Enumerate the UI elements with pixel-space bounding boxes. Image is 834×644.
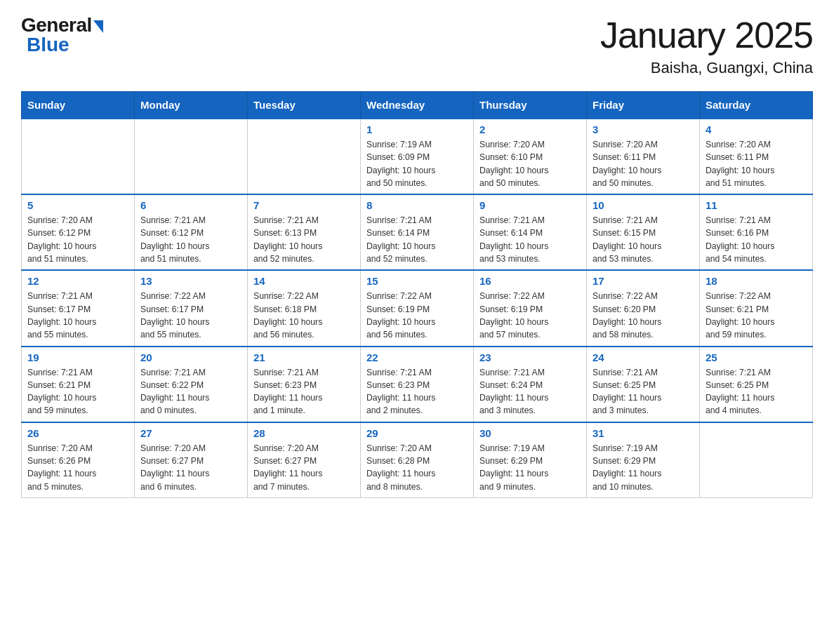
day-number: 14 — [253, 275, 355, 287]
logo-arrow-icon — [93, 20, 103, 33]
title-block: January 2025 Baisha, Guangxi, China — [600, 14, 813, 77]
day-info: Sunrise: 7:20 AMSunset: 6:27 PMDaylight:… — [140, 442, 241, 493]
weekday-header-wednesday: Wednesday — [361, 92, 474, 119]
calendar-week-row: 1Sunrise: 7:19 AMSunset: 6:09 PMDaylight… — [22, 119, 813, 194]
day-number: 4 — [706, 123, 807, 135]
day-info: Sunrise: 7:20 AMSunset: 6:11 PMDaylight:… — [706, 138, 807, 189]
day-number: 12 — [27, 275, 128, 287]
calendar-week-row: 26Sunrise: 7:20 AMSunset: 6:26 PMDayligh… — [22, 422, 813, 498]
day-info: Sunrise: 7:22 AMSunset: 6:20 PMDaylight:… — [593, 290, 694, 341]
day-number: 9 — [479, 199, 581, 211]
day-number: 22 — [366, 351, 468, 363]
day-info: Sunrise: 7:22 AMSunset: 6:19 PMDaylight:… — [366, 290, 468, 341]
calendar-cell: 5Sunrise: 7:20 AMSunset: 6:12 PMDaylight… — [22, 194, 135, 270]
calendar-cell — [135, 119, 248, 194]
calendar-cell: 22Sunrise: 7:21 AMSunset: 6:23 PMDayligh… — [361, 347, 474, 422]
calendar-cell: 27Sunrise: 7:20 AMSunset: 6:27 PMDayligh… — [135, 422, 248, 498]
day-info: Sunrise: 7:20 AMSunset: 6:28 PMDaylight:… — [366, 442, 468, 493]
day-info: Sunrise: 7:20 AMSunset: 6:12 PMDaylight:… — [27, 214, 128, 265]
weekday-header-sunday: Sunday — [22, 92, 135, 119]
day-info: Sunrise: 7:19 AMSunset: 6:09 PMDaylight:… — [366, 138, 468, 189]
day-number: 24 — [593, 351, 694, 363]
day-info: Sunrise: 7:21 AMSunset: 6:13 PMDaylight:… — [253, 214, 355, 265]
calendar-cell: 29Sunrise: 7:20 AMSunset: 6:28 PMDayligh… — [361, 422, 474, 498]
calendar-cell: 1Sunrise: 7:19 AMSunset: 6:09 PMDaylight… — [361, 119, 474, 194]
day-info: Sunrise: 7:21 AMSunset: 6:16 PMDaylight:… — [706, 214, 807, 265]
calendar-cell: 7Sunrise: 7:21 AMSunset: 6:13 PMDaylight… — [248, 194, 361, 270]
day-number: 10 — [593, 199, 694, 211]
day-number: 19 — [27, 351, 128, 363]
calendar-cell: 2Sunrise: 7:20 AMSunset: 6:10 PMDaylight… — [474, 119, 587, 194]
day-number: 15 — [366, 275, 468, 287]
day-number: 6 — [140, 199, 241, 211]
calendar-week-row: 5Sunrise: 7:20 AMSunset: 6:12 PMDaylight… — [22, 194, 813, 270]
weekday-header-monday: Monday — [135, 92, 248, 119]
day-info: Sunrise: 7:21 AMSunset: 6:22 PMDaylight:… — [140, 366, 241, 417]
day-info: Sunrise: 7:20 AMSunset: 6:10 PMDaylight:… — [479, 138, 581, 189]
day-number: 7 — [253, 199, 355, 211]
logo: General Blue — [21, 14, 103, 56]
day-number: 25 — [706, 351, 807, 363]
day-info: Sunrise: 7:21 AMSunset: 6:14 PMDaylight:… — [479, 214, 581, 265]
day-number: 1 — [366, 123, 468, 135]
calendar-cell: 10Sunrise: 7:21 AMSunset: 6:15 PMDayligh… — [587, 194, 700, 270]
day-number: 3 — [593, 123, 694, 135]
day-number: 2 — [479, 123, 581, 135]
day-number: 8 — [366, 199, 468, 211]
day-number: 23 — [479, 351, 581, 363]
calendar-cell — [22, 119, 135, 194]
day-info: Sunrise: 7:21 AMSunset: 6:23 PMDaylight:… — [253, 366, 355, 417]
day-info: Sunrise: 7:20 AMSunset: 6:27 PMDaylight:… — [253, 442, 355, 493]
calendar-cell: 3Sunrise: 7:20 AMSunset: 6:11 PMDaylight… — [587, 119, 700, 194]
weekday-header-friday: Friday — [587, 92, 700, 119]
calendar-cell: 23Sunrise: 7:21 AMSunset: 6:24 PMDayligh… — [474, 347, 587, 422]
calendar-cell — [248, 119, 361, 194]
calendar-cell: 19Sunrise: 7:21 AMSunset: 6:21 PMDayligh… — [22, 347, 135, 422]
day-info: Sunrise: 7:21 AMSunset: 6:17 PMDaylight:… — [27, 290, 128, 341]
calendar-cell: 11Sunrise: 7:21 AMSunset: 6:16 PMDayligh… — [700, 194, 813, 270]
day-info: Sunrise: 7:21 AMSunset: 6:14 PMDaylight:… — [366, 214, 468, 265]
calendar-cell: 6Sunrise: 7:21 AMSunset: 6:12 PMDaylight… — [135, 194, 248, 270]
day-number: 20 — [140, 351, 241, 363]
logo-blue-text: Blue — [27, 34, 70, 56]
day-info: Sunrise: 7:21 AMSunset: 6:24 PMDaylight:… — [479, 366, 581, 417]
calendar-cell: 15Sunrise: 7:22 AMSunset: 6:19 PMDayligh… — [361, 270, 474, 346]
calendar-body: 1Sunrise: 7:19 AMSunset: 6:09 PMDaylight… — [22, 119, 813, 497]
day-info: Sunrise: 7:20 AMSunset: 6:11 PMDaylight:… — [593, 138, 694, 189]
calendar-cell: 30Sunrise: 7:19 AMSunset: 6:29 PMDayligh… — [474, 422, 587, 498]
calendar-cell: 17Sunrise: 7:22 AMSunset: 6:20 PMDayligh… — [587, 270, 700, 346]
day-number: 30 — [479, 427, 581, 439]
day-info: Sunrise: 7:21 AMSunset: 6:25 PMDaylight:… — [706, 366, 807, 417]
day-number: 17 — [593, 275, 694, 287]
day-info: Sunrise: 7:21 AMSunset: 6:12 PMDaylight:… — [140, 214, 241, 265]
weekday-header-thursday: Thursday — [474, 92, 587, 119]
calendar-cell: 26Sunrise: 7:20 AMSunset: 6:26 PMDayligh… — [22, 422, 135, 498]
day-info: Sunrise: 7:22 AMSunset: 6:19 PMDaylight:… — [479, 290, 581, 341]
weekday-header-tuesday: Tuesday — [248, 92, 361, 119]
day-info: Sunrise: 7:21 AMSunset: 6:23 PMDaylight:… — [366, 366, 468, 417]
calendar-cell: 21Sunrise: 7:21 AMSunset: 6:23 PMDayligh… — [248, 347, 361, 422]
day-number: 13 — [140, 275, 241, 287]
calendar-cell: 9Sunrise: 7:21 AMSunset: 6:14 PMDaylight… — [474, 194, 587, 270]
calendar-subtitle: Baisha, Guangxi, China — [600, 59, 813, 77]
day-info: Sunrise: 7:22 AMSunset: 6:18 PMDaylight:… — [253, 290, 355, 341]
day-info: Sunrise: 7:21 AMSunset: 6:21 PMDaylight:… — [27, 366, 128, 417]
calendar-cell: 31Sunrise: 7:19 AMSunset: 6:29 PMDayligh… — [587, 422, 700, 498]
day-number: 28 — [253, 427, 355, 439]
day-number: 18 — [706, 275, 807, 287]
calendar-title: January 2025 — [600, 14, 813, 56]
calendar-cell: 24Sunrise: 7:21 AMSunset: 6:25 PMDayligh… — [587, 347, 700, 422]
day-info: Sunrise: 7:21 AMSunset: 6:15 PMDaylight:… — [593, 214, 694, 265]
day-number: 31 — [593, 427, 694, 439]
calendar-cell: 8Sunrise: 7:21 AMSunset: 6:14 PMDaylight… — [361, 194, 474, 270]
day-number: 29 — [366, 427, 468, 439]
calendar-cell: 28Sunrise: 7:20 AMSunset: 6:27 PMDayligh… — [248, 422, 361, 498]
calendar-cell — [700, 422, 813, 498]
day-number: 11 — [706, 199, 807, 211]
day-number: 21 — [253, 351, 355, 363]
calendar-table: SundayMondayTuesdayWednesdayThursdayFrid… — [21, 91, 813, 498]
calendar-header: SundayMondayTuesdayWednesdayThursdayFrid… — [22, 92, 813, 119]
day-info: Sunrise: 7:21 AMSunset: 6:25 PMDaylight:… — [593, 366, 694, 417]
calendar-cell: 4Sunrise: 7:20 AMSunset: 6:11 PMDaylight… — [700, 119, 813, 194]
calendar-week-row: 12Sunrise: 7:21 AMSunset: 6:17 PMDayligh… — [22, 270, 813, 346]
